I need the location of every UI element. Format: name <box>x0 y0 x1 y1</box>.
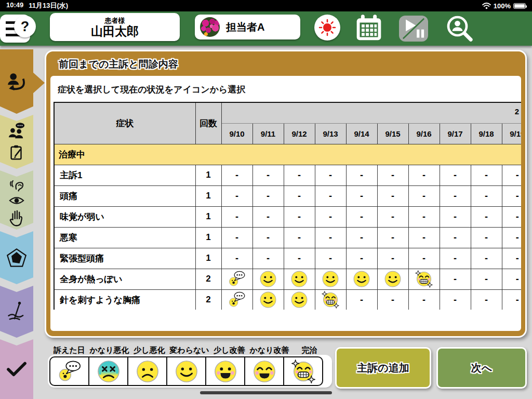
status-cell[interactable]: - <box>315 227 346 248</box>
status-cell[interactable]: - <box>471 206 502 227</box>
sidebar-item-interview-active[interactable] <box>0 49 45 114</box>
status-cell[interactable] <box>284 289 315 310</box>
status-cell[interactable]: - <box>346 248 377 269</box>
symptom-table-container[interactable]: 症状回数9/109/119/129/139/149/159/169/179/18… <box>54 102 521 310</box>
status-cell[interactable] <box>221 269 252 289</box>
status-cell[interactable]: - <box>315 206 346 227</box>
status-cell[interactable] <box>315 289 346 310</box>
status-cell[interactable]: - <box>502 248 521 269</box>
calendar-button[interactable] <box>354 14 383 43</box>
sidebar-item-balance-chart[interactable] <box>0 231 33 284</box>
status-cell[interactable]: - <box>346 185 377 206</box>
symptom-name[interactable]: 主訴1 <box>54 165 195 185</box>
status-cell[interactable]: - <box>440 165 471 185</box>
status-cell[interactable]: - <box>440 248 471 269</box>
legend-item-unchanged[interactable] <box>166 356 206 386</box>
status-cell[interactable]: - <box>252 248 284 269</box>
status-cell[interactable]: - <box>440 206 471 227</box>
status-cell[interactable]: - <box>502 227 521 248</box>
status-cell[interactable]: - <box>252 165 284 185</box>
status-cell[interactable]: - <box>284 165 315 185</box>
status-cell[interactable]: - <box>346 227 377 248</box>
legend-item-reported[interactable] <box>49 356 89 386</box>
status-cell[interactable]: - <box>408 165 440 185</box>
status-cell[interactable]: - <box>315 248 346 269</box>
status-cell[interactable]: - <box>502 165 521 185</box>
symptom-name[interactable]: 悪寒 <box>54 227 195 248</box>
status-cell[interactable] <box>377 269 408 289</box>
status-cell[interactable] <box>284 269 315 289</box>
status-cell[interactable]: - <box>377 206 408 227</box>
sidebar-item-counseling[interactable] <box>0 115 33 169</box>
legend-item-much_better[interactable] <box>244 356 284 386</box>
status-cell[interactable]: - <box>221 165 252 185</box>
help-button[interactable]: ? <box>14 16 36 37</box>
status-cell[interactable]: - <box>377 227 408 248</box>
status-cell[interactable]: - <box>471 185 502 206</box>
status-cell[interactable]: - <box>252 185 284 206</box>
status-cell[interactable]: - <box>221 248 252 269</box>
status-cell[interactable]: - <box>408 185 440 206</box>
status-cell[interactable]: - <box>471 248 502 269</box>
symptom-name[interactable]: 全身が熱っぽい <box>54 269 195 289</box>
legend-item-worse[interactable] <box>127 356 167 386</box>
status-cell[interactable]: - <box>346 206 377 227</box>
status-cell[interactable]: - <box>471 165 502 185</box>
status-cell[interactable]: - <box>284 185 315 206</box>
status-cell[interactable]: - <box>346 165 377 185</box>
home-indicator[interactable] <box>200 391 332 394</box>
symptom-name[interactable]: 緊張型頭痛 <box>54 248 195 269</box>
status-cell[interactable]: - <box>221 206 252 227</box>
symptom-name[interactable]: 頭痛 <box>54 185 195 206</box>
status-cell[interactable] <box>346 269 377 289</box>
status-cell[interactable]: - <box>221 227 252 248</box>
symptom-name[interactable]: 針を刺すような胸痛 <box>54 289 195 310</box>
status-cell[interactable]: - <box>252 227 284 248</box>
status-cell[interactable] <box>221 289 252 310</box>
staff-card[interactable]: 担当者A <box>195 15 300 39</box>
status-cell[interactable]: - <box>408 227 440 248</box>
status-cell[interactable]: - <box>284 227 315 248</box>
sidebar-item-acupuncture[interactable] <box>0 286 33 338</box>
sidebar-item-confirm[interactable] <box>0 339 33 399</box>
status-cell[interactable]: - <box>284 206 315 227</box>
status-cell[interactable]: - <box>315 165 346 185</box>
legend-item-better[interactable] <box>205 356 245 386</box>
legend-item-cured[interactable] <box>283 356 323 386</box>
legend-item-much_worse[interactable] <box>88 356 128 386</box>
status-cell[interactable]: - <box>471 227 502 248</box>
status-cell[interactable]: - <box>471 289 502 310</box>
status-cell[interactable]: - <box>440 227 471 248</box>
status-cell[interactable]: - <box>346 289 377 310</box>
status-cell[interactable]: - <box>377 289 408 310</box>
status-cell[interactable]: - <box>502 206 521 227</box>
patient-card[interactable]: 患者様 山田太郎 <box>50 13 180 41</box>
status-cell[interactable]: - <box>502 185 521 206</box>
status-cell[interactable]: - <box>221 185 252 206</box>
sidebar-item-senses[interactable] <box>0 170 33 230</box>
status-cell[interactable] <box>252 289 284 310</box>
status-cell[interactable]: - <box>377 248 408 269</box>
status-cell[interactable]: - <box>377 185 408 206</box>
status-cell[interactable]: - <box>408 206 440 227</box>
status-cell[interactable]: - <box>377 165 408 185</box>
status-cell[interactable]: - <box>440 289 471 310</box>
symptom-name[interactable]: 味覚が弱い <box>54 206 195 227</box>
status-cell[interactable]: - <box>408 248 440 269</box>
sun-button[interactable] <box>314 15 340 41</box>
status-cell[interactable]: - <box>315 185 346 206</box>
next-button[interactable]: 次へ <box>436 347 527 389</box>
status-cell[interactable]: - <box>408 289 440 310</box>
status-cell[interactable] <box>252 269 284 289</box>
status-cell[interactable]: - <box>502 289 521 310</box>
status-cell[interactable]: - <box>440 185 471 206</box>
status-cell[interactable]: - <box>252 206 284 227</box>
status-cell[interactable]: - <box>284 248 315 269</box>
add-complaint-button[interactable]: 主訴の追加 <box>335 347 431 389</box>
person-search-button[interactable] <box>445 14 474 43</box>
status-cell[interactable]: - <box>440 269 471 289</box>
status-cell[interactable] <box>408 269 440 289</box>
status-cell[interactable] <box>315 269 346 289</box>
status-cell[interactable]: - <box>502 269 521 289</box>
status-cell[interactable]: - <box>471 269 502 289</box>
